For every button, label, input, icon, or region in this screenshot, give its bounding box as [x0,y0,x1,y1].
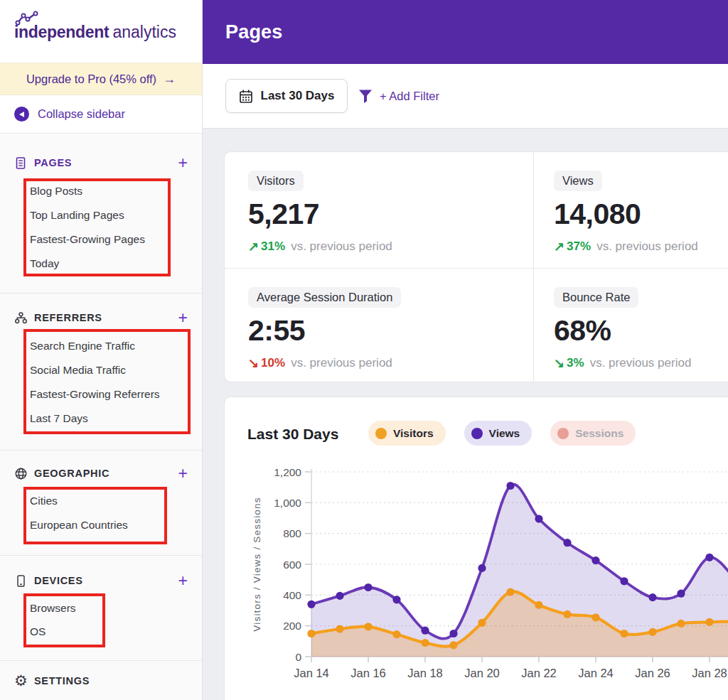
legend-item-views[interactable]: Views [464,421,532,446]
traffic-area-chart[interactable]: 02004006008001,0001,200Jan 14Jan 16Jan 1… [235,456,728,700]
section-header-referrers: REFERRERS + [14,308,191,328]
chart-legend: Visitors Views Sessions [368,421,636,446]
stat-change-pct: 31% [261,239,285,254]
legend-item-visitors[interactable]: Visitors [368,421,446,446]
content-area: Visitors 5,217 ↗ 31% vs. previous period… [203,128,728,700]
stat-value-avg-session-duration: 2:55 [248,314,522,348]
svg-text:Jan 20: Jan 20 [464,667,500,679]
sidebar-item-today[interactable]: Today [30,252,59,276]
stat-label-bounce-rate: Bounce Rate [554,287,638,308]
add-geographic-report-button[interactable]: + [176,466,191,480]
brand-bold: independent [14,23,109,41]
section-label-referrers[interactable]: REFERRERS [34,312,102,323]
up-arrow-icon: ↗ [554,239,564,254]
traffic-chart-card: Last 30 Days Visitors Views Sessions 020… [224,397,728,700]
svg-text:Jan 26: Jan 26 [635,667,670,679]
add-devices-report-button[interactable]: + [176,574,191,588]
collapse-circle-icon [14,107,29,122]
stat-views: Views 14,080 ↗ 37% vs. previous period [533,152,728,268]
views-dot-icon [471,428,483,439]
main-area: Pages Last 30 Days + Add Filter [203,0,728,700]
divider [0,555,202,556]
visitors-dot-icon [375,428,387,439]
svg-text:Jan 18: Jan 18 [407,667,443,679]
sidebar-item-fastest-growing-pages[interactable]: Fastest-Growing Pages [30,227,145,252]
collapse-sidebar-button[interactable]: Collapse sidebar [0,95,202,134]
section-label-settings[interactable]: SETTINGS [34,675,90,686]
stat-change-visitors: ↗ 31% vs. previous period [248,239,522,254]
svg-text:800: 800 [283,527,301,539]
chart-title: Last 30 Days [247,426,338,443]
divider [0,660,202,661]
stat-value-bounce-rate: 68% [554,314,728,348]
sidebar-item-search-engine-traffic[interactable]: Search Engine Traffic [30,334,135,358]
sidebar-item-os[interactable]: OS [30,620,46,644]
stat-label-views: Views [554,171,602,191]
pages-icon [14,156,34,170]
stat-label-avg-session-duration: Average Session Duration [248,287,401,308]
sidebar-item-european-countries[interactable]: European Countries [30,513,128,537]
toolbar: Last 30 Days + Add Filter [203,64,728,128]
globe-icon [14,467,34,480]
sidebar-item-top-landing-pages[interactable]: Top Landing Pages [30,203,124,227]
sidebar-item-cities[interactable]: Cities [30,489,58,513]
filter-funnel-icon [358,89,373,104]
collapse-label: Collapse sidebar [38,107,125,121]
sidebar-item-last-7-days[interactable]: Last 7 Days [30,406,88,431]
stat-visitors: Visitors 5,217 ↗ 31% vs. previous period [225,152,533,268]
svg-text:1,200: 1,200 [274,466,301,478]
stat-label-visitors: Visitors [248,171,304,191]
stat-avg-session-duration: Average Session Duration 2:55 ↘ 10% vs. … [225,268,533,382]
stat-comparison: vs. previous period [590,356,692,370]
svg-text:Jan 14: Jan 14 [294,667,329,679]
legend-label-sessions: Sessions [575,427,623,440]
add-pages-report-button[interactable]: + [176,156,191,170]
down-arrow-icon: ↘ [248,355,259,371]
section-header-geographic: GEOGRAPHIC + [14,463,191,483]
down-arrow-icon: ↘ [554,355,564,371]
stat-change-views: ↗ 37% vs. previous period [554,239,728,254]
sidebar-item-fastest-growing-referrers[interactable]: Fastest-Growing Referrers [30,382,160,406]
date-range-button[interactable]: Last 30 Days [225,79,348,113]
up-arrow-icon: ↗ [248,239,259,254]
add-filter-button[interactable]: + Add Filter [358,79,439,113]
sidebar-item-browsers[interactable]: Browsers [30,596,76,620]
section-label-pages[interactable]: PAGES [34,157,72,168]
section-label-devices[interactable]: DEVICES [34,575,83,586]
svg-text:400: 400 [283,589,301,601]
stat-change-pct: 37% [567,239,591,254]
stat-change-pct: 10% [261,356,285,370]
section-header-pages: PAGES + [14,153,191,173]
brand-light: analytics [112,23,176,41]
svg-text:Visitors / Views / Sessions: Visitors / Views / Sessions [252,497,262,631]
upgrade-to-pro-banner[interactable]: Upgrade to Pro (45% off) → [0,63,202,95]
stat-value-views: 14,080 [554,198,728,231]
section-header-devices: DEVICES + [14,571,191,591]
legend-item-sessions[interactable]: Sessions [550,421,636,446]
stat-change-avg-session-duration: ↘ 10% vs. previous period [248,355,522,371]
svg-text:Jan 28: Jan 28 [692,667,727,679]
sidebar-item-blog-posts[interactable]: Blog Posts [30,179,82,203]
svg-text:200: 200 [283,620,301,632]
section-header-settings: ⚙ SETTINGS [14,671,191,691]
legend-label-visitors: Visitors [393,427,434,440]
svg-text:1,000: 1,000 [274,497,301,509]
sessions-dot-icon [557,428,569,439]
add-referrers-report-button[interactable]: + [176,311,191,325]
stat-change-pct: 3% [567,356,584,370]
logo[interactable]: independentanalytics [0,0,202,63]
brand-name: independentanalytics [14,23,176,42]
right-arrow-icon: → [163,72,176,87]
stat-bounce-rate: Bounce Rate 68% ↘ 3% vs. previous period [533,268,728,382]
section-label-geographic[interactable]: GEOGRAPHIC [34,468,109,479]
upgrade-label: Upgrade to Pro (45% off) [26,72,156,86]
svg-text:Jan 16: Jan 16 [350,667,386,679]
calendar-icon [239,89,253,104]
add-filter-label: + Add Filter [380,90,439,103]
sidebar: independentanalytics Upgrade to Pro (45%… [0,0,203,700]
sidebar-item-social-media-traffic[interactable]: Social Media Traffic [30,358,126,382]
stat-comparison: vs. previous period [291,239,392,254]
stat-comparison: vs. previous period [596,239,698,254]
divider [0,293,202,294]
svg-text:Jan 22: Jan 22 [521,667,557,679]
